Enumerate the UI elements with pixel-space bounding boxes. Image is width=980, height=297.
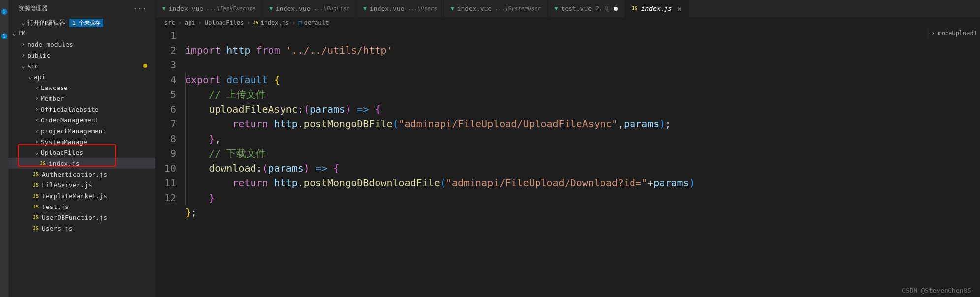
vue-icon: ▼ [363,5,367,12]
vue-icon: ▼ [451,5,454,12]
chevron-icon: › [33,106,41,113]
js-icon: JS [33,204,39,209]
js-icon: JS [632,6,638,11]
folder-item[interactable]: ⌄src [8,60,155,71]
chevron-icon: › [33,127,41,134]
breadcrumb[interactable]: src› api› UploadFiles› JSindex.js› ⬚defa… [156,17,980,28]
file-item[interactable]: JSUserDBFunction.js [8,212,155,223]
more-icon[interactable]: ··· [133,5,147,12]
editor-tab[interactable]: ▼index.vue...\TaskExecute [156,0,262,17]
file-item[interactable]: JSindex.js [8,158,155,169]
editor-tab[interactable]: ▼index.vue...\SystemUser [444,0,548,17]
chevron-icon: › [33,117,41,123]
editor-area: ▼index.vue...\TaskExecute▼index.vue...\B… [156,0,980,297]
vue-icon: ▼ [162,5,166,12]
explorer-sidebar: 资源管理器 ··· ⌄ 打开的编辑器 1 个未保存 ⌄ PM ›node_mod… [8,0,156,297]
breadcrumb-overflow[interactable]: › modeUpload1 [928,28,980,39]
folder-item[interactable]: ›public [8,50,155,60]
chevron-icon: › [19,41,27,48]
modified-dot [614,7,618,11]
folder-item[interactable]: ⌄api [8,71,155,82]
activity-badge: 1 [1,33,7,39]
project-root[interactable]: ⌄ PM [8,28,155,39]
folder-item[interactable]: ›Member [8,93,155,104]
js-icon: JS [33,193,39,199]
activity-badge: 1 [1,9,7,15]
vue-icon: ▼ [555,5,558,12]
file-tree: ›node_modules›public⌄src⌄api›Lawcase›Mem… [8,39,155,234]
editor-tab[interactable]: ▼index.vue...\Users [356,0,444,17]
js-icon: JS [253,20,259,25]
file-item[interactable]: JSTest.js [8,201,155,212]
chevron-icon: › [33,95,41,102]
open-editors-section[interactable]: ⌄ 打开的编辑器 1 个未保存 [8,17,155,28]
sidebar-header: 资源管理器 ··· [8,0,155,17]
code-editor[interactable]: 123456789101112 import http from '../../… [156,28,980,297]
folder-item[interactable]: ›SystemManage [8,136,155,147]
folder-item[interactable]: ›Lawcase [8,82,155,93]
chevron-icon: › [19,52,27,59]
file-item[interactable]: JSUsers.js [8,223,155,234]
folder-item[interactable]: ›node_modules [8,39,155,50]
editor-tab[interactable]: JSindex.js× [625,0,689,17]
watermark: CSDN @StevenChen85 [902,287,971,294]
js-icon: JS [40,161,46,166]
symbol-icon: ⬚ [298,19,302,26]
file-item[interactable]: JSFileServer.js [8,179,155,190]
chevron-right-icon: › [931,30,935,37]
chevron-icon: › [33,84,41,91]
unsaved-badge: 1 个未保存 [69,19,103,27]
close-icon[interactable]: × [677,5,681,13]
code-body[interactable]: import http from '../../utils/http' expo… [185,28,980,297]
file-item[interactable]: JSTemplateMarket.js [8,190,155,201]
folder-item[interactable]: ›OrderManagement [8,115,155,125]
editor-tab[interactable]: ▼index.vue...\BugList [262,0,356,17]
editor-tab[interactable]: ▼test.vue2, U [548,0,625,17]
open-editors-label: 打开的编辑器 [27,18,65,27]
sidebar-title: 资源管理器 [18,4,48,13]
tab-bar: ▼index.vue...\TaskExecute▼index.vue...\B… [156,0,980,17]
chevron-icon: ⌄ [33,149,41,156]
folder-item[interactable]: ⌄UploadFiles [8,147,155,158]
activity-bar: 1 1 [0,0,8,297]
js-icon: JS [33,226,39,231]
modified-dot [143,64,147,68]
line-numbers: 123456789101112 [156,28,185,297]
file-item[interactable]: JSAuthentication.js [8,169,155,179]
js-icon: JS [33,172,39,177]
js-icon: JS [33,215,39,220]
folder-item[interactable]: ›OfficialWebsite [8,104,155,115]
chevron-icon: › [33,138,41,145]
chevron-down-icon: ⌄ [19,19,27,26]
js-icon: JS [33,182,39,188]
chevron-down-icon: ⌄ [10,30,18,37]
vue-icon: ▼ [269,5,273,12]
folder-item[interactable]: ›projectManagement [8,125,155,136]
chevron-icon: ⌄ [19,62,27,69]
chevron-icon: ⌄ [26,73,34,80]
